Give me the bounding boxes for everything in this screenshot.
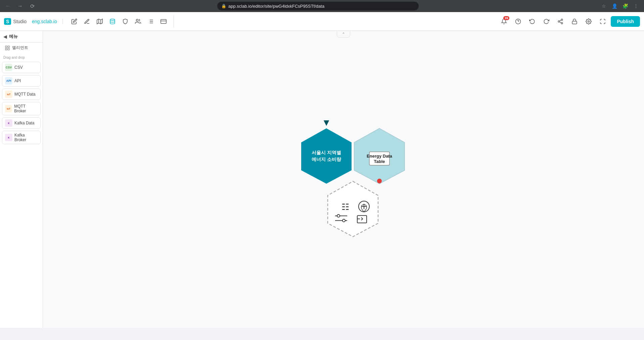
- svg-rect-23: [8, 46, 9, 48]
- node1-hex-wrapper[interactable]: ▼ 서울시 지역별 에너지 소비량: [298, 127, 355, 187]
- domain-text: eng.sclab.io: [32, 19, 63, 24]
- svg-rect-11: [161, 19, 167, 23]
- element-item[interactable]: 엘리먼트: [1, 43, 41, 53]
- lock-icon: 🔒: [221, 4, 226, 8]
- back-button[interactable]: ←: [3, 1, 13, 11]
- kafka-broker-label: Kafka Broker: [14, 133, 38, 142]
- sidebar-collapse-btn[interactable]: ◀: [3, 34, 7, 39]
- sidebar: ◀ 메뉴 엘리먼트 Drag and drop CSV CSV API API …: [0, 31, 43, 328]
- browser-chrome: ← → ⟳ 🔒 app.sclab.io/editor/site/pwG4ldx…: [0, 0, 644, 12]
- logo-s-badge: S: [4, 18, 11, 25]
- mqtt-broker-label: MQTT Broker: [14, 104, 38, 113]
- topbar-right: 99 Publish: [498, 15, 640, 27]
- toolbar-icons: [68, 15, 174, 27]
- download-arrow-icon: ▼: [322, 117, 331, 128]
- undo-btn[interactable]: [526, 15, 538, 27]
- svg-point-39: [337, 215, 340, 217]
- map-icon-btn[interactable]: [94, 15, 106, 27]
- shield-icon-btn[interactable]: [119, 15, 131, 27]
- sidebar-header-label: 메뉴: [9, 34, 18, 40]
- extensions-btn[interactable]: 🧩: [620, 1, 630, 11]
- publish-button[interactable]: Publish: [611, 16, 640, 27]
- list-icon-btn[interactable]: [145, 15, 157, 27]
- help-btn[interactable]: [512, 15, 524, 27]
- kafka-broker-icon: K: [5, 134, 12, 141]
- kafka-data-label: Kafka Data: [14, 121, 34, 125]
- url-text: app.sclab.io/editor/site/pwG4ldxkFCsP95S…: [228, 4, 324, 9]
- more-btn[interactable]: ⋮: [631, 1, 641, 11]
- main-layout: ◀ 메뉴 엘리먼트 Drag and drop CSV CSV API API …: [0, 31, 644, 328]
- svg-rect-24: [8, 48, 9, 50]
- svg-marker-26: [301, 128, 352, 184]
- browser-extras: ☆ 👤 🧩 ⋮: [599, 1, 641, 11]
- sidebar-header: ◀ 메뉴: [0, 31, 43, 43]
- notification-badge: 99: [503, 16, 509, 20]
- bookmark-btn[interactable]: ☆: [599, 1, 608, 11]
- svg-line-19: [560, 20, 561, 21]
- drag-drop-label: Drag and drop: [0, 53, 43, 61]
- csv-icon: CSV: [5, 64, 12, 71]
- sidebar-item-kafka-data[interactable]: K Kafka Data: [2, 117, 41, 129]
- node1-hex-svg[interactable]: 서울시 지역별 에너지 소비량: [298, 127, 355, 185]
- csv-label: CSV: [14, 65, 23, 70]
- svg-point-3: [110, 19, 115, 20]
- settings-btn[interactable]: [583, 15, 595, 27]
- hex-grid: ▼ 서울시 지역별 에너지 소비량 Energy Data Table: [298, 117, 412, 237]
- svg-point-16: [558, 20, 560, 22]
- svg-text:Table: Table: [374, 159, 385, 164]
- sidebar-item-mqtt-broker[interactable]: IoT MQTT Broker: [2, 102, 41, 115]
- profile-btn[interactable]: 👤: [610, 1, 619, 11]
- creditcard-icon-btn[interactable]: [157, 15, 170, 27]
- mqtt-broker-icon: IoT: [5, 105, 12, 112]
- mqtt-data-icon: IoT: [5, 91, 12, 98]
- svg-rect-22: [5, 46, 7, 48]
- database-icon-btn[interactable]: [106, 15, 119, 27]
- svg-rect-25: [5, 48, 7, 50]
- svg-point-4: [136, 19, 138, 21]
- api-icon: API: [5, 77, 12, 84]
- svg-point-21: [588, 20, 590, 22]
- svg-text:서울시 지역별: 서울시 지역별: [312, 150, 341, 155]
- svg-marker-33: [328, 181, 378, 237]
- sidebar-item-kafka-broker[interactable]: K Kafka Broker: [2, 131, 41, 144]
- notification-btn[interactable]: 99: [498, 15, 510, 27]
- app-topbar: S Studio eng.sclab.io: [0, 12, 644, 31]
- share-btn[interactable]: [554, 15, 566, 27]
- svg-rect-20: [572, 21, 577, 24]
- svg-text:에너지 소비량: 에너지 소비량: [312, 157, 341, 162]
- collapse-arrow[interactable]: ⌃: [337, 31, 350, 38]
- logo-area: S Studio: [4, 18, 27, 25]
- svg-point-15: [561, 19, 563, 20]
- node2-hex-wrapper[interactable]: Energy Data Table: [351, 127, 408, 187]
- svg-marker-0: [97, 19, 103, 24]
- lock-btn[interactable]: [568, 15, 581, 27]
- svg-point-41: [342, 219, 345, 222]
- kafka-data-icon: K: [5, 119, 12, 127]
- svg-text:Energy Data: Energy Data: [367, 154, 393, 159]
- address-bar[interactable]: 🔒 app.sclab.io/editor/site/pwG4ldxkFCsP9…: [217, 2, 419, 10]
- element-label: 엘리먼트: [12, 45, 28, 51]
- svg-point-17: [561, 22, 563, 24]
- sidebar-item-mqtt-data[interactable]: IoT MQTT Data: [2, 89, 41, 100]
- sidebar-item-api[interactable]: API API: [2, 75, 41, 87]
- forward-button[interactable]: →: [15, 1, 25, 11]
- canvas-area[interactable]: ⌃ ▼ 서울시 지역별 에너지 소비량: [43, 31, 644, 328]
- node3-hex-svg[interactable]: ☷: [324, 180, 381, 238]
- svg-text:☷: ☷: [341, 202, 349, 212]
- element-icon: [5, 45, 10, 51]
- redo-btn[interactable]: [540, 15, 552, 27]
- edit-alt-icon-btn[interactable]: [81, 15, 93, 27]
- node3-hex-wrapper[interactable]: ☷: [324, 180, 381, 240]
- node2-hex-svg[interactable]: Energy Data Table: [351, 127, 408, 185]
- api-label: API: [14, 78, 21, 83]
- expand-btn[interactable]: [597, 15, 609, 27]
- svg-line-18: [560, 22, 561, 23]
- sidebar-item-csv[interactable]: CSV CSV: [2, 62, 41, 73]
- users-icon-btn[interactable]: [132, 15, 144, 27]
- edit-icon-btn[interactable]: [68, 15, 80, 27]
- reload-button[interactable]: ⟳: [28, 1, 37, 11]
- red-dot: [377, 179, 382, 183]
- logo-studio-text: Studio: [13, 19, 27, 24]
- mqtt-data-label: MQTT Data: [14, 92, 35, 97]
